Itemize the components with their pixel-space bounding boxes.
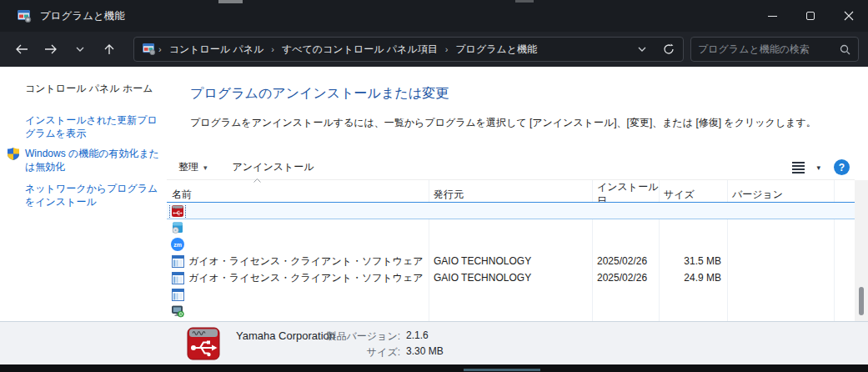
forward-arrow-icon bbox=[44, 44, 58, 54]
sidebar-item-windows-features[interactable]: Windows の機能の有効化または無効化 bbox=[25, 147, 167, 173]
breadcrumb-chevron[interactable]: › bbox=[268, 44, 277, 54]
uninstall-button[interactable]: アンインストール bbox=[226, 157, 321, 178]
screenshot-artifact bbox=[515, 0, 534, 3]
change-view-button[interactable]: ▾ bbox=[792, 162, 820, 173]
back-button[interactable] bbox=[10, 38, 33, 61]
forward-button[interactable] bbox=[39, 38, 63, 61]
up-arrow-icon bbox=[104, 43, 114, 55]
yamaha-usb-driver-icon bbox=[185, 325, 222, 362]
details-size-value: 3.30 MB bbox=[406, 345, 444, 357]
program-icon bbox=[171, 271, 184, 284]
page-description: プログラムをアンインストールするには、一覧からプログラムを選択して [アンインス… bbox=[190, 116, 816, 130]
chevron-down-icon bbox=[76, 47, 84, 52]
table-row[interactable]: ガイオ・ライセンス・クライアント・ソフトウェア（ｘ８６） GAIO TECHNO… bbox=[167, 269, 855, 286]
vertical-scrollbar[interactable] bbox=[855, 180, 868, 321]
breadcrumb-control-panel[interactable]: コントロール パネル bbox=[164, 43, 269, 57]
list-view-icon bbox=[792, 162, 805, 173]
details-pane: Yamaha Corporation 製品バージョン: 2.1.6 サイズ: 3… bbox=[0, 321, 868, 364]
program-size: 31.5 MB bbox=[659, 255, 727, 267]
sidebar-item-label: Windows の機能の有効化または無効化 bbox=[25, 148, 159, 173]
program-name: ガイオ・ライセンス・クライアント・ソフトウェア（ｘ８６） bbox=[188, 271, 429, 285]
program-icon bbox=[171, 254, 184, 268]
address-dropdown-button[interactable] bbox=[630, 38, 655, 61]
sort-ascending-icon bbox=[253, 178, 261, 183]
window-bottom-edge bbox=[0, 364, 868, 372]
close-icon bbox=[844, 11, 854, 21]
program-list: 名前 発行元 インストール日 サイズ バージョン bbox=[167, 180, 855, 321]
chevron-down-icon bbox=[638, 47, 646, 52]
breadcrumb-chevron[interactable]: › bbox=[443, 44, 451, 54]
content-area: コントロール パネル ホーム インストールされた更新プログラムを表示 Windo… bbox=[0, 67, 868, 364]
address-bar: › コントロール パネル › すべてのコントロール パネル項目 › プログラムと… bbox=[0, 32, 868, 67]
search-input[interactable] bbox=[691, 43, 840, 55]
breadcrumb-chevron[interactable]: › bbox=[156, 44, 164, 54]
breadcrumb-all-items[interactable]: すべてのコントロール パネル項目 bbox=[277, 43, 443, 57]
sidebar-item-control-panel-home[interactable]: コントロール パネル ホーム bbox=[25, 82, 167, 95]
breadcrumb-programs-features[interactable]: プログラムと機能 bbox=[450, 43, 542, 57]
minimize-icon bbox=[768, 16, 777, 17]
display-driver-icon bbox=[171, 304, 184, 318]
window-controls bbox=[753, 0, 868, 32]
table-row[interactable] bbox=[167, 219, 855, 236]
table-row[interactable] bbox=[167, 303, 855, 319]
list-header-row: 名前 発行元 インストール日 サイズ バージョン bbox=[167, 180, 855, 202]
control-panel-icon bbox=[143, 43, 156, 55]
titlebar: プログラムと機能 bbox=[0, 0, 868, 32]
program-publisher: GAIO TECHNOLOGY bbox=[429, 255, 592, 267]
programs-and-features-icon bbox=[18, 10, 32, 23]
sidebar-item-view-installed-updates[interactable]: インストールされた更新プログラムを表示 bbox=[25, 113, 167, 140]
scrollbar-thumb[interactable] bbox=[859, 287, 864, 315]
back-arrow-icon bbox=[15, 44, 28, 54]
details-version-value: 2.1.6 bbox=[406, 329, 429, 341]
table-row[interactable]: zm bbox=[167, 236, 855, 253]
organize-label: 整理 bbox=[178, 160, 198, 174]
usb-driver-icon bbox=[171, 204, 184, 218]
list-rows: zm bbox=[167, 202, 855, 319]
sidebar: コントロール パネル ホーム インストールされた更新プログラムを表示 Windo… bbox=[0, 67, 177, 317]
details-version-label: 製品バージョン: bbox=[310, 329, 400, 344]
maximize-icon bbox=[806, 12, 815, 20]
program-install-date: 2025/02/26 bbox=[592, 255, 659, 267]
recent-locations-button[interactable] bbox=[68, 38, 92, 61]
refresh-button[interactable] bbox=[655, 38, 683, 61]
search-icon[interactable] bbox=[840, 44, 850, 55]
up-button[interactable] bbox=[98, 38, 121, 61]
refresh-icon bbox=[663, 43, 675, 55]
screenshot-artifact bbox=[218, 0, 243, 3]
uninstall-label: アンインストール bbox=[233, 160, 314, 174]
view-dropdown-icon: ▾ bbox=[816, 163, 820, 172]
close-button[interactable] bbox=[830, 0, 868, 32]
command-toolbar: 整理 ▾ アンインストール ▾ ? bbox=[167, 155, 855, 180]
table-row[interactable]: ガイオ・ライセンス・クライアント・ソフトウェア（ｘ６４） GAIO TECHNO… bbox=[167, 253, 855, 269]
organize-dropdown-icon: ▾ bbox=[203, 163, 208, 172]
programs-and-features-window: プログラムと機能 bbox=[0, 0, 868, 372]
taskbar-sliver bbox=[464, 369, 540, 371]
program-install-date: 2025/02/26 bbox=[592, 272, 659, 284]
program-size: 24.9 MB bbox=[659, 272, 727, 284]
program-publisher: GAIO TECHNOLOGY bbox=[429, 272, 592, 284]
search-box bbox=[690, 37, 859, 62]
sidebar-item-install-from-network[interactable]: ネットワークからプログラムをインストール bbox=[25, 182, 167, 209]
table-row[interactable] bbox=[167, 202, 855, 219]
program-name: ガイオ・ライセンス・クライアント・ソフトウェア（ｘ６４） bbox=[188, 254, 429, 269]
breadcrumb-bar[interactable]: › コントロール パネル › すべてのコントロール パネル項目 › プログラムと… bbox=[133, 37, 684, 62]
program-icon bbox=[171, 288, 184, 301]
zoom-app-icon: zm bbox=[171, 238, 184, 251]
maximize-button[interactable] bbox=[791, 0, 830, 32]
zoom-icon-label: zm bbox=[173, 242, 182, 248]
page-title: プログラムのアンインストールまたは変更 bbox=[190, 85, 449, 103]
window-title: プログラムと機能 bbox=[40, 9, 125, 23]
table-row[interactable] bbox=[167, 286, 855, 303]
software-box-icon bbox=[171, 221, 184, 234]
help-button[interactable]: ? bbox=[834, 159, 850, 175]
organize-button[interactable]: 整理 ▾ bbox=[172, 157, 214, 178]
uac-shield-icon bbox=[7, 148, 20, 160]
minimize-button[interactable] bbox=[753, 0, 791, 32]
help-icon: ? bbox=[839, 162, 845, 173]
details-size-label: サイズ: bbox=[310, 345, 400, 359]
toolbar-right-group: ▾ ? bbox=[792, 159, 850, 175]
